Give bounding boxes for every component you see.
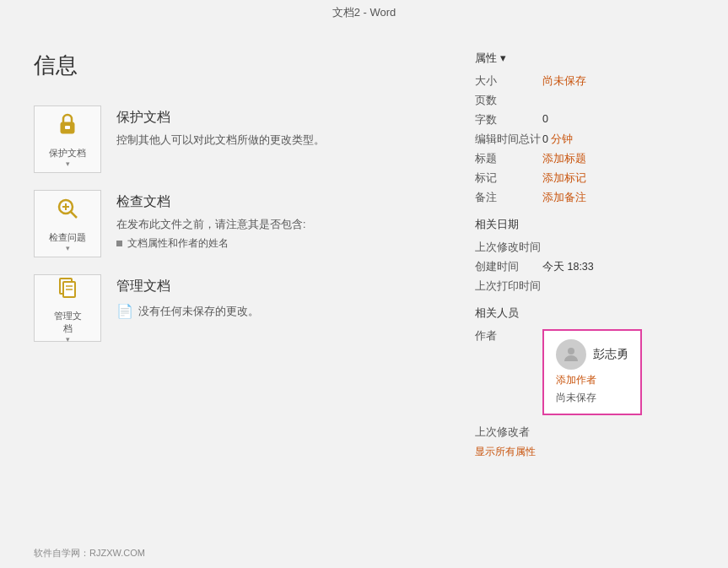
page-title: 信息 [34, 51, 441, 80]
inspect-list-text: 文档属性和作者的姓名 [127, 236, 229, 251]
prop-title-label: 标题 [475, 152, 542, 166]
manage-card-title: 管理文档 [116, 278, 259, 295]
inspect-card-list: 文档属性和作者的姓名 [116, 236, 305, 251]
author-row: 彭志勇 [556, 339, 628, 370]
manage-card-info: 管理文档 📄 没有任何未保存的更改。 [116, 274, 259, 322]
inspect-icon [54, 195, 81, 228]
author-box: 彭志勇 添加作者 尚未保存 [542, 329, 642, 420]
person-icon [561, 344, 581, 365]
not-saved-value: 尚未保存 [556, 391, 628, 405]
prop-created: 创建时间 今天 18:33 [475, 260, 694, 274]
prop-edittime-value: 0 分钟 [542, 133, 573, 147]
right-panel: 属性 ▾ 大小 尚未保存 页数 字数 0 编辑时间总计 0 分钟 标题 添加标题… [475, 51, 694, 459]
prop-tags-label: 标记 [475, 171, 542, 186]
protect-icon-arrow: ▾ [66, 160, 70, 168]
prop-notes-value[interactable]: 添加备注 [542, 191, 586, 205]
lock-icon [54, 111, 81, 143]
protect-section: 保护文档 ▾ 保护文档 控制其他人可以对此文档所做的更改类型。 [34, 105, 441, 173]
prop-edittime-label: 编辑时间总计 [475, 133, 542, 147]
prop-notes-label: 备注 [475, 191, 542, 205]
protect-icon-label: 保护文档 [49, 147, 86, 160]
manage-desc-text: 没有任何未保存的更改。 [138, 303, 259, 320]
prop-last-modifier-label: 上次修改者 [475, 425, 542, 440]
manage-doc-icon: 📄 [116, 300, 133, 322]
add-author-link[interactable]: 添加作者 [556, 373, 628, 387]
prop-title-value[interactable]: 添加标题 [542, 152, 586, 166]
prop-size: 大小 尚未保存 [475, 74, 694, 89]
prop-last-printed-label: 上次打印时间 [475, 279, 542, 294]
title-bar-text: 文档2 - Word [332, 6, 396, 19]
prop-size-value[interactable]: 尚未保存 [542, 74, 586, 89]
prop-last-printed: 上次打印时间 [475, 279, 694, 294]
prop-created-value: 今天 18:33 [542, 260, 594, 274]
properties-title[interactable]: 属性 ▾ [475, 51, 694, 66]
show-all-properties-link[interactable]: 显示所有属性 [475, 445, 694, 459]
prop-title: 标题 添加标题 [475, 152, 694, 166]
title-bar: 文档2 - Word [0, 0, 728, 25]
related-people-label: 相关人员 [475, 306, 694, 321]
prop-size-label: 大小 [475, 74, 542, 89]
prop-words-label: 字数 [475, 113, 542, 127]
prop-author: 作者 彭志勇 添加作者 尚未保存 [475, 329, 694, 420]
author-name: 彭志勇 [593, 347, 628, 362]
prop-pages: 页数 [475, 94, 694, 108]
prop-last-modified-label: 上次修改时间 [475, 241, 542, 255]
prop-tags: 标记 添加标记 [475, 171, 694, 186]
inspect-card-title: 检查文档 [116, 193, 305, 211]
protect-icon-button[interactable]: 保护文档 ▾ [34, 105, 101, 173]
prop-author-label: 作者 [475, 329, 542, 344]
svg-line-3 [71, 212, 77, 218]
related-dates-label: 相关日期 [475, 217, 694, 232]
protect-card-title: 保护文档 [116, 109, 325, 127]
footer-text: 软件自学网：RJZXW.COM [34, 548, 145, 558]
inspect-list-item-0: 文档属性和作者的姓名 [116, 236, 305, 251]
manage-icon-arrow: ▾ [66, 335, 70, 344]
manage-icon [54, 273, 81, 306]
inspect-icon-arrow: ▾ [66, 244, 70, 252]
manage-icon-button[interactable]: 管理文 档 ▾ [34, 274, 101, 342]
inspect-icon-button[interactable]: 检查问题 ▾ [34, 190, 101, 257]
prop-words-value: 0 [542, 113, 548, 127]
manage-icon-label: 管理文 档 [54, 310, 82, 335]
prop-edittime: 编辑时间总计 0 分钟 [475, 133, 694, 147]
inspect-section: 检查问题 ▾ 检查文档 在发布此文件之前，请注意其是否包含: 文档属性和作者的姓… [34, 190, 441, 257]
svg-point-10 [568, 348, 574, 354]
inspect-card-desc: 在发布此文件之前，请注意其是否包含: [116, 216, 305, 233]
inspect-card-info: 检查文档 在发布此文件之前，请注意其是否包含: 文档属性和作者的姓名 [116, 190, 305, 251]
prop-edittime-link[interactable]: 分钟 [551, 133, 573, 145]
inspect-icon-label: 检查问题 [49, 231, 86, 244]
prop-pages-label: 页数 [475, 94, 542, 108]
protect-card-info: 保护文档 控制其他人可以对此文档所做的更改类型。 [116, 105, 325, 149]
left-panel: 信息 保护文档 ▾ 保护文档 控制其他人可以对此文档所做的更改类型。 [34, 51, 475, 459]
prop-words: 字数 0 [475, 113, 694, 127]
protect-card-desc: 控制其他人可以对此文档所做的更改类型。 [116, 132, 325, 149]
prop-created-label: 创建时间 [475, 260, 542, 274]
footer: 软件自学网：RJZXW.COM [34, 547, 145, 560]
prop-last-modified: 上次修改时间 [475, 241, 694, 255]
prop-last-modifier: 上次修改者 [475, 425, 694, 440]
manage-card-desc: 📄 没有任何未保存的更改。 [116, 300, 259, 322]
bullet-icon [116, 241, 122, 246]
prop-notes: 备注 添加备注 [475, 191, 694, 205]
prop-tags-value[interactable]: 添加标记 [542, 171, 586, 186]
avatar [556, 339, 586, 370]
manage-section: 管理文 档 ▾ 管理文档 📄 没有任何未保存的更改。 [34, 274, 441, 342]
svg-rect-1 [65, 126, 70, 129]
